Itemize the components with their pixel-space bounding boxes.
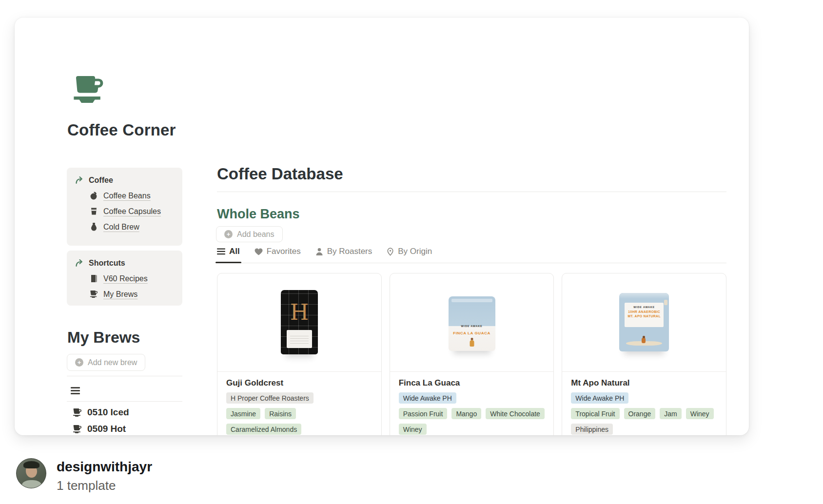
coffee-capsule-icon bbox=[89, 207, 98, 216]
sidebar-section-coffee: Coffee Coffee Beans Coffee Capsules bbox=[67, 168, 182, 246]
list-view-icon[interactable] bbox=[71, 387, 80, 394]
coffee-section-label: Coffee bbox=[89, 176, 113, 185]
plus-icon: + bbox=[224, 230, 233, 238]
sidebar-item-label: Coffee Beans bbox=[103, 192, 151, 200]
bag-title-line: MT. APO NATURAL bbox=[625, 314, 664, 318]
bag-title-line: 10HR ANAEROBIC bbox=[625, 310, 664, 313]
add-new-brew-label: Add new brew bbox=[88, 358, 137, 367]
shortcuts-section-header: Shortcuts bbox=[75, 258, 176, 268]
sidebar-item-my-brews[interactable]: My Brews bbox=[89, 290, 176, 299]
sidebar-section-shortcuts: Shortcuts V60 Recipes My Brews bbox=[67, 251, 182, 306]
tab-by-origin[interactable]: By Origin bbox=[387, 247, 432, 256]
brew-entry-0509-hot[interactable]: 0509 Hot bbox=[72, 424, 126, 434]
brew-entry-label: 0510 Iced bbox=[87, 407, 129, 418]
beans-gallery: H Guji Goldcrest H Proper Coffee Roaster… bbox=[217, 273, 726, 435]
bean-card-finca-la-guaca[interactable]: WIDE AWAKE FINCA LA GUACA Finca La Guaca… bbox=[390, 273, 554, 435]
tab-label: Favorites bbox=[267, 247, 301, 256]
bean-name: Mt Apo Natural bbox=[571, 378, 717, 388]
bag-letter: H bbox=[281, 302, 318, 323]
divider bbox=[217, 192, 726, 192]
flavor-tag: Jasmine bbox=[226, 408, 260, 419]
card-body: Guji Goldcrest H Proper Coffee Roasters … bbox=[217, 372, 381, 435]
flavor-tag: White Chocolate bbox=[486, 408, 545, 419]
sidebar-item-label: My Brews bbox=[103, 290, 137, 299]
bean-card-mt-apo-natural[interactable]: WIDE AWAKE 10HR ANAEROBIC MT. APO NATURA… bbox=[562, 273, 726, 435]
flavor-tag: Winey bbox=[686, 408, 714, 419]
plus-icon: + bbox=[75, 358, 83, 367]
product-image: WIDE AWAKE FINCA LA GUACA bbox=[390, 273, 554, 372]
brew-entry-0510-iced[interactable]: 0510 Iced bbox=[72, 407, 129, 418]
roaster-tag: Wide Awake PH bbox=[571, 392, 628, 404]
flavor-tag: Passion Fruit bbox=[399, 408, 448, 419]
avatar bbox=[16, 458, 46, 488]
flavor-tag: Mango bbox=[451, 408, 481, 419]
bag-title: FINCA LA GUACA bbox=[449, 331, 495, 335]
bean-card-guji-goldcrest[interactable]: H Guji Goldcrest H Proper Coffee Roaster… bbox=[217, 273, 382, 435]
coffee-bean-icon bbox=[89, 191, 98, 200]
sidebar-item-coffee-beans[interactable]: Coffee Beans bbox=[89, 191, 176, 200]
roaster-tag: Wide Awake PH bbox=[399, 392, 456, 404]
cold-brew-icon bbox=[89, 222, 98, 232]
tab-label: All bbox=[229, 247, 240, 256]
whole-beans-heading: Whole Beans bbox=[217, 207, 300, 222]
bean-name: Guji Goldcrest bbox=[226, 378, 372, 388]
bag-label: WIDE AWAKE 10HR ANAEROBIC MT. APO NATURA… bbox=[625, 303, 664, 327]
bean-name: Finca La Guaca bbox=[399, 378, 545, 388]
sidebar-item-label: Cold Brew bbox=[103, 223, 139, 232]
flavor-tag: Orange bbox=[624, 408, 656, 419]
product-image: WIDE AWAKE 10HR ANAEROBIC MT. APO NATURA… bbox=[562, 273, 726, 372]
my-brews-title: My Brews bbox=[67, 329, 140, 347]
brew-entry-label: 0509 Hot bbox=[87, 424, 126, 434]
coffee-cup-logo-icon bbox=[71, 76, 107, 105]
bag-illustration bbox=[642, 338, 646, 343]
origin-tag: Philippines bbox=[571, 424, 613, 435]
tab-favorites[interactable]: Favorites bbox=[255, 247, 301, 256]
sidebar-item-label: V60 Recipes bbox=[103, 274, 148, 283]
product-image: H bbox=[217, 273, 381, 372]
shortcuts-section-label: Shortcuts bbox=[89, 259, 125, 268]
sidebar-item-coffee-capsules[interactable]: Coffee Capsules bbox=[89, 207, 176, 216]
tab-label: By Roasters bbox=[327, 247, 372, 256]
curved-arrow-icon bbox=[75, 175, 84, 185]
sidebar-item-cold-brew[interactable]: Cold Brew bbox=[89, 222, 176, 232]
recipe-book-icon bbox=[89, 274, 98, 283]
roaster-tag: H Proper Coffee Roasters bbox=[226, 392, 314, 404]
tab-label: By Origin bbox=[398, 247, 432, 256]
sidebar-item-v60-recipes[interactable]: V60 Recipes bbox=[89, 274, 176, 283]
divider bbox=[67, 376, 182, 376]
coffee-bag-image: WIDE AWAKE 10HR ANAEROBIC MT. APO NATURA… bbox=[619, 293, 669, 351]
coffee-cup-icon bbox=[72, 424, 82, 434]
heart-icon bbox=[255, 248, 263, 255]
view-tabs: All Favorites By Roasters By Origin bbox=[217, 247, 726, 263]
flavor-tag: Winey bbox=[399, 424, 427, 435]
add-beans-button[interactable]: + Add beans bbox=[216, 226, 283, 242]
flavor-tag: Raisins bbox=[265, 408, 296, 419]
database-title: Coffee Database bbox=[217, 165, 343, 183]
flavor-tag: Jam bbox=[660, 408, 681, 419]
list-icon bbox=[217, 248, 225, 255]
coffee-cup-icon bbox=[89, 290, 98, 299]
card-body: Mt Apo Natural Wide Awake PH Tropical Fr… bbox=[562, 372, 726, 435]
coffee-cup-icon bbox=[72, 407, 82, 418]
pin-icon bbox=[387, 248, 394, 256]
card-body: Finca La Guaca Wide Awake PH Passion Fru… bbox=[390, 372, 554, 435]
sidebar-item-label: Coffee Capsules bbox=[103, 207, 161, 216]
flavor-tag: Caramelized Almonds bbox=[226, 424, 301, 435]
coffee-bag-image: WIDE AWAKE FINCA LA GUACA bbox=[449, 296, 495, 351]
coffee-bag-image: H bbox=[281, 290, 318, 354]
creator-profile[interactable]: designwithjayr 1 template bbox=[16, 458, 152, 493]
add-new-brew-button[interactable]: + Add new brew bbox=[67, 354, 145, 371]
person-icon bbox=[315, 248, 323, 255]
creator-name: designwithjayr bbox=[57, 459, 152, 475]
bag-brand: WIDE AWAKE bbox=[449, 325, 495, 328]
curved-arrow-icon bbox=[75, 258, 84, 268]
flavor-tag: Tropical Fruit bbox=[571, 408, 619, 419]
page-title: Coffee Corner bbox=[67, 121, 176, 139]
bag-brand: WIDE AWAKE bbox=[625, 306, 664, 309]
creator-template-count: 1 template bbox=[57, 478, 152, 493]
tab-all[interactable]: All bbox=[217, 247, 240, 256]
coffee-section-header: Coffee bbox=[75, 175, 176, 185]
add-beans-label: Add beans bbox=[237, 230, 274, 239]
tab-by-roasters[interactable]: By Roasters bbox=[315, 247, 372, 256]
template-preview-panel: Coffee Corner Coffee Coffee Beans bbox=[15, 18, 749, 435]
